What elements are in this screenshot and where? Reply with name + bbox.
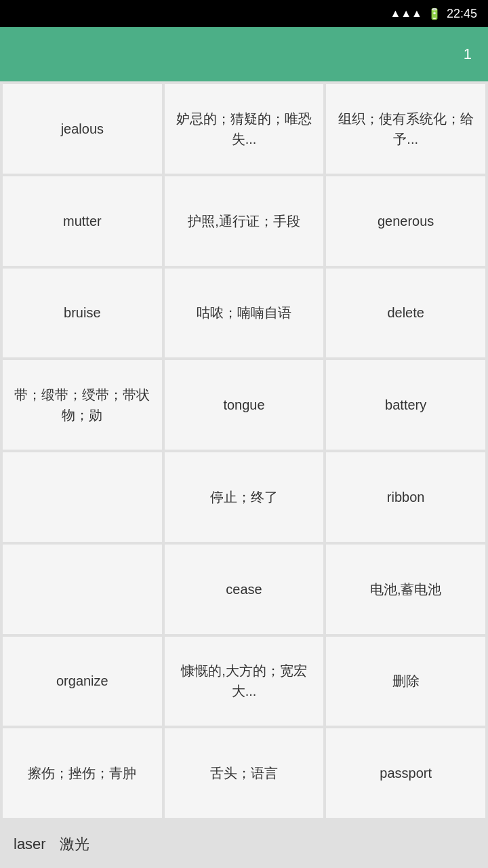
- grid-cell-r2c2[interactable]: delete: [326, 269, 485, 358]
- grid-cell-r4c1[interactable]: 停止；终了: [165, 452, 324, 542]
- bottom-translation: 激光: [60, 834, 89, 854]
- grid-cell-r2c0[interactable]: bruise: [3, 269, 162, 358]
- grid-cell-r4c0[interactable]: [3, 452, 162, 542]
- grid-cell-r6c0[interactable]: organize: [3, 637, 162, 726]
- bottom-word: laser: [14, 835, 46, 853]
- grid-cell-r3c1[interactable]: tongue: [165, 360, 324, 450]
- status-time: 22:45: [447, 7, 477, 21]
- app-header: 1: [0, 27, 488, 81]
- grid-cell-r5c0[interactable]: [3, 545, 162, 634]
- grid-cell-r5c2[interactable]: 电池,蓄电池: [326, 545, 485, 634]
- grid-cell-r4c2[interactable]: ribbon: [326, 452, 485, 542]
- grid-cell-r6c1[interactable]: 慷慨的,大方的；宽宏大...: [165, 637, 324, 726]
- grid-cell-r0c2[interactable]: 组织；使有系统化；给予...: [326, 84, 485, 174]
- signal-icon: ▲▲▲: [390, 7, 422, 20]
- bottom-bar: laser 激光: [0, 821, 488, 868]
- grid-cell-r3c2[interactable]: battery: [326, 360, 485, 450]
- grid-cell-r1c1[interactable]: 护照,通行证；手段: [165, 176, 324, 266]
- grid-cell-r1c0[interactable]: mutter: [3, 176, 162, 266]
- grid-cell-r7c0[interactable]: 擦伤；挫伤；青肿: [3, 728, 162, 818]
- grid-cell-r7c2[interactable]: passport: [326, 728, 485, 818]
- grid-cell-r0c1[interactable]: 妒忌的；猜疑的；唯恐失...: [165, 84, 324, 174]
- grid-cell-r2c1[interactable]: 咕哝；喃喃自语: [165, 269, 324, 358]
- battery-icon: 🔋: [428, 7, 441, 20]
- grid-cell-r1c2[interactable]: generous: [326, 176, 485, 266]
- status-bar: ▲▲▲ 🔋 22:45: [0, 0, 488, 27]
- vocabulary-grid: jealous妒忌的；猜疑的；唯恐失...组织；使有系统化；给予...mutte…: [0, 81, 488, 821]
- page-number: 1: [464, 45, 472, 63]
- grid-cell-r6c2[interactable]: 删除: [326, 637, 485, 726]
- grid-cell-r3c0[interactable]: 带；缎带；绶带；带状物；勋: [3, 360, 162, 450]
- grid-cell-r5c1[interactable]: cease: [165, 545, 324, 634]
- grid-cell-r0c0[interactable]: jealous: [3, 84, 162, 174]
- grid-cell-r7c1[interactable]: 舌头；语言: [165, 728, 324, 818]
